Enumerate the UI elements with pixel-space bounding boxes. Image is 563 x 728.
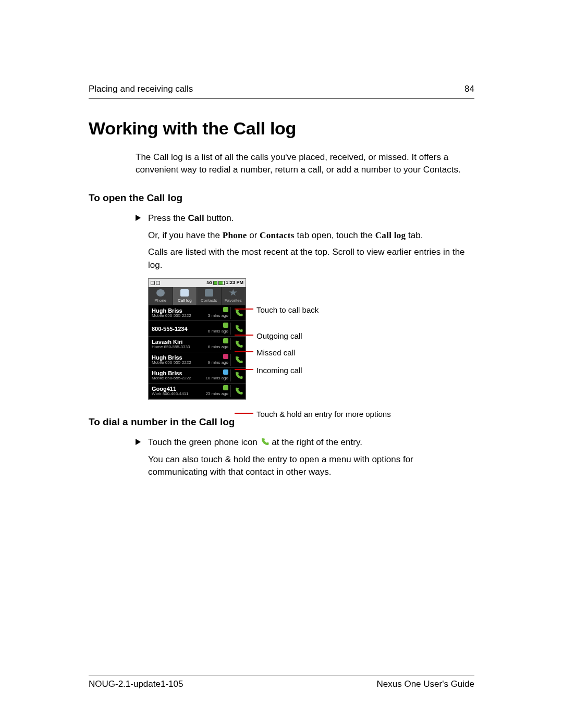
entry-time: 23 mins ago <box>203 385 231 397</box>
entry-number: Mobile 650-555-2222 <box>152 314 203 318</box>
entry-time: 9 mins ago <box>203 354 231 366</box>
call-log-entry[interactable]: Hugh BrissMobile 650-555-22229 mins ago <box>149 352 246 368</box>
entry-time: 6 mins ago <box>203 338 231 350</box>
list-icon <box>180 289 189 297</box>
call-back-button[interactable] <box>234 324 243 334</box>
outgoing-call-icon <box>223 323 228 328</box>
callout-missed: Missed call <box>256 347 295 359</box>
outgoing-call-icon <box>223 338 228 343</box>
entry-number: Work 800-466-4411 <box>152 392 203 397</box>
call-log-list: Hugh BrissMobile 650-555-22223 mins ago8… <box>149 305 246 399</box>
open-call-log-line2: Or, if you have the Phone or Contacts ta… <box>136 229 474 242</box>
ui-calllog-tab: Call log <box>375 230 406 240</box>
call-back-button[interactable] <box>234 340 243 349</box>
phone-screenshot: 3G 1:23 PM Phone Call log Contacts Favor… <box>148 278 246 400</box>
call-log-entry[interactable]: Lavash KiriHome 650-555-33336 mins ago <box>149 337 246 352</box>
call-log-entry[interactable]: Goog411Work 800-466-441123 mins ago <box>149 384 246 399</box>
callout-incoming: Incoming call <box>256 365 302 376</box>
entry-time: 6 mins ago <box>203 323 231 335</box>
call-back-button[interactable] <box>234 371 243 380</box>
dial-number-line2: You can also touch & hold the entry to o… <box>136 453 474 479</box>
running-head: Placing and receiving calls 84 <box>89 83 474 99</box>
call-log-entry[interactable]: Hugh BrissMobile 650-555-22223 mins ago <box>149 305 246 321</box>
star-icon <box>229 289 237 297</box>
signal-icon <box>213 281 217 285</box>
call-back-button[interactable] <box>234 387 243 396</box>
android-status-bar: 3G 1:23 PM <box>149 279 246 287</box>
open-call-log-line3: Calls are listed with the most recent at… <box>136 246 474 272</box>
outgoing-call-icon <box>223 385 228 390</box>
tab-favorites[interactable]: Favorites <box>222 287 246 305</box>
guide-name: Nexus One User's Guide <box>377 678 475 690</box>
subheading-open-call-log: To open the Call log <box>89 191 474 205</box>
entry-time: 10 mins ago <box>203 369 231 381</box>
entry-number: Mobile 650-555-2222 <box>152 376 203 381</box>
step-text-bold: Call <box>188 213 204 223</box>
clock: 1:23 PM <box>226 279 243 286</box>
dialer-icon <box>156 289 165 297</box>
status-icon <box>151 281 155 285</box>
dial-number-body: Touch the green phone icon at the right … <box>136 436 474 479</box>
entry-number: Mobile 650-555-2222 <box>152 361 203 365</box>
doc-id: NOUG-2.1-update1-105 <box>89 678 183 690</box>
callout-call-back: Touch to call back <box>256 304 319 316</box>
step-text-prefix: Press the <box>148 213 188 223</box>
incoming-call-icon <box>223 369 228 375</box>
call-back-button[interactable] <box>234 355 243 365</box>
manual-page: Placing and receiving calls 84 Working w… <box>0 0 563 728</box>
phone-figure: 3G 1:23 PM Phone Call log Contacts Favor… <box>148 278 474 400</box>
triangle-bullet-icon <box>136 439 141 445</box>
step-text-suffix: button. <box>204 213 234 223</box>
contacts-icon <box>205 289 213 297</box>
phone-tabs: Phone Call log Contacts Favorites <box>149 287 246 306</box>
call-log-entry[interactable]: 800-555-12346 mins ago <box>149 321 246 337</box>
page-footer: NOUG-2.1-update1-105 Nexus One User's Gu… <box>89 675 474 690</box>
missed-call-icon <box>223 354 228 359</box>
battery-icon <box>218 281 225 285</box>
entry-number: Home 650-555-3333 <box>152 345 203 350</box>
status-icon <box>156 281 160 285</box>
callout-hold-options: Touch & hold an entry for more options <box>256 409 391 420</box>
call-back-button[interactable] <box>234 309 243 318</box>
tab-phone[interactable]: Phone <box>149 287 173 305</box>
call-log-entry[interactable]: Hugh BrissMobile 650-555-222210 mins ago <box>149 368 246 384</box>
section-name: Placing and receiving calls <box>89 83 193 95</box>
open-call-log-body: Press the Call button. Or, if you have t… <box>136 212 474 400</box>
network-3g-icon: 3G <box>206 280 212 286</box>
step-press-call: Press the Call button. <box>136 212 474 225</box>
callout-outgoing: Outgoing call <box>256 330 302 342</box>
intro-paragraph: The Call log is a list of all the calls … <box>136 151 474 176</box>
entry-time: 3 mins ago <box>203 307 231 319</box>
phone-handset-icon <box>260 437 270 447</box>
page-title: Working with the Call log <box>89 117 474 141</box>
ui-phone-tab: Phone <box>223 230 247 240</box>
tab-call-log[interactable]: Call log <box>173 287 198 305</box>
step-touch-phone-icon: Touch the green phone icon at the right … <box>136 436 474 449</box>
page-number: 84 <box>464 83 474 95</box>
entry-name: 800-555-1234 <box>152 326 203 332</box>
outgoing-call-icon <box>223 307 228 312</box>
triangle-bullet-icon <box>136 215 141 221</box>
tab-contacts[interactable]: Contacts <box>197 287 222 305</box>
ui-contacts-tab: Contacts <box>260 230 295 240</box>
